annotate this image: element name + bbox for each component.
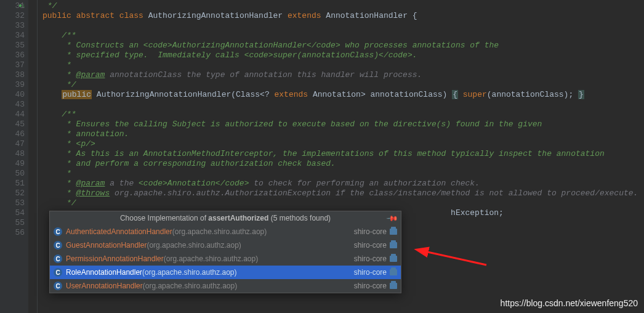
popup-title: Choose Implementation of assertAuthorize… (50, 211, 401, 225)
class-icon: C (54, 268, 62, 277)
module-icon (390, 269, 397, 275)
line-number: 53 (0, 198, 25, 208)
module-icon (390, 242, 397, 248)
module-name: shiro-core (354, 282, 387, 290)
class-name: PermissionAnnotationHandler (66, 254, 164, 263)
module-name: shiro-core (354, 268, 387, 277)
package-name: (org.apache.shiro.authz.aop) (164, 254, 258, 263)
code-line[interactable]: * (42, 169, 644, 179)
line-number: 43 (0, 100, 25, 110)
class-icon: C (54, 227, 62, 236)
line-number: 49 (0, 159, 25, 169)
gutter-implements-icon[interactable]: ●↓ (18, 1, 26, 11)
implementation-option[interactable]: CPermissionAnnotationHandler (org.apache… (50, 252, 401, 266)
package-name: (org.apache.shiro.authz.aop) (142, 268, 236, 277)
line-number: 45 (0, 120, 25, 129)
code-line[interactable]: */ (42, 80, 644, 90)
class-icon: C (54, 282, 62, 290)
code-line[interactable]: * @param annotationClass the type of ann… (42, 70, 644, 80)
module-name: shiro-core (354, 227, 387, 236)
code-line[interactable]: * and perform a corresponding authorizat… (42, 159, 644, 169)
choose-implementation-popup[interactable]: Choose Implementation of assertAuthorize… (49, 211, 401, 293)
code-line[interactable]: * Constructs an <code>AuthorizingAnnotat… (42, 41, 644, 51)
line-number: 47 (0, 139, 25, 149)
implementation-option[interactable]: CUserAnnotationHandler (org.apache.shiro… (50, 279, 401, 293)
line-number: 56 (0, 228, 25, 238)
line-number: 37 (0, 60, 25, 70)
line-number: 54 (0, 208, 25, 218)
line-number: 40 (0, 90, 25, 100)
class-name: RoleAnnotationHandler (66, 268, 142, 277)
code-line[interactable]: /** (42, 31, 644, 41)
code-line[interactable]: */ (42, 1, 644, 11)
class-icon: C (54, 241, 62, 250)
code-line[interactable]: public AuthorizingAnnotationHandler(Clas… (42, 90, 644, 100)
popup-title-suffix: (5 methods found) (268, 214, 331, 222)
code-line[interactable]: * As this is an AnnotationMethodIntercep… (42, 149, 644, 159)
fold-gutter[interactable] (28, 0, 38, 313)
implementation-option[interactable]: CAuthenticatedAnnotationHandler (org.apa… (50, 225, 401, 238)
class-icon: C (54, 254, 62, 263)
line-number: 44 (0, 110, 25, 120)
line-number: 35 (0, 41, 25, 51)
line-number: 55 (0, 218, 25, 228)
line-number: 33 (0, 21, 25, 31)
package-name: (org.apache.shiro.authz.aop) (147, 241, 241, 250)
code-line[interactable]: * <p/> (42, 139, 644, 149)
implementation-option[interactable]: CGuestAnnotationHandler (org.apache.shir… (50, 238, 401, 252)
line-number: 34 (0, 31, 25, 41)
line-number: 50 (0, 169, 25, 179)
code-line[interactable]: public abstract class AuthorizingAnnotat… (42, 11, 644, 21)
line-number: 36 (0, 51, 25, 60)
code-line[interactable]: * @throws org.apache.shiro.authz.Authori… (42, 189, 644, 198)
code-line[interactable] (42, 21, 644, 31)
line-number: 32 (0, 11, 25, 21)
line-number: 48 (0, 149, 25, 159)
package-name: (org.apache.shiro.authz.aop) (172, 227, 267, 236)
line-number: 38 (0, 70, 25, 80)
line-number: 51 (0, 179, 25, 189)
popup-list[interactable]: CAuthenticatedAnnotationHandler (org.apa… (50, 225, 401, 293)
class-name: AuthenticatedAnnotationHandler (66, 227, 172, 236)
class-name: GuestAnnotationHandler (66, 241, 147, 250)
implementation-option[interactable]: CRoleAnnotationHandler (org.apache.shiro… (50, 266, 401, 279)
code-line[interactable]: * Ensures the calling Subject is authori… (42, 120, 644, 129)
module-icon (390, 256, 397, 262)
code-line[interactable] (42, 100, 644, 110)
module-name: shiro-core (354, 241, 387, 250)
module-icon (390, 283, 397, 289)
code-line[interactable]: * (42, 60, 644, 70)
class-name: UserAnnotationHandler (66, 282, 143, 290)
module-icon (390, 229, 397, 235)
watermark: https://blog.csdn.net/xiewenfeng520 (501, 298, 638, 308)
line-number: 39 (0, 80, 25, 90)
code-line[interactable]: /** (42, 110, 644, 120)
line-number-gutter: ●↓ 3132333435363738394043444546474849505… (0, 0, 28, 313)
line-number: 52 (0, 189, 25, 198)
module-name: shiro-core (354, 254, 387, 263)
package-name: (org.apache.shiro.authz.aop) (143, 282, 237, 290)
code-line[interactable]: * @param a the <code>Annotation</code> t… (42, 179, 644, 189)
pin-icon[interactable]: 📌 (386, 212, 399, 225)
popup-title-method: assertAuthorized (208, 214, 268, 222)
code-line[interactable]: */ (42, 198, 644, 208)
line-number: 46 (0, 129, 25, 139)
code-line[interactable]: * annotation. (42, 129, 644, 139)
popup-title-prefix: Choose Implementation of (120, 214, 208, 222)
code-line[interactable]: * specified type. Immediately calls <cod… (42, 51, 644, 60)
